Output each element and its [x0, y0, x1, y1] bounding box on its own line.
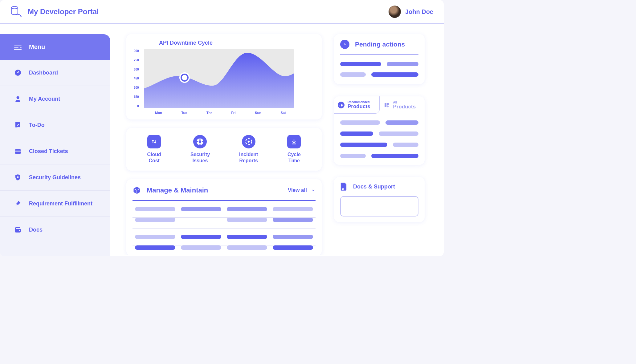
- document-icon: [340, 183, 347, 191]
- svg-point-9: [17, 96, 19, 99]
- sidebar-menu-header[interactable]: Menu: [0, 34, 110, 60]
- chart-plot: [144, 49, 294, 108]
- quick-links-card: CloudCost SecurityIssues IncidentReports…: [126, 128, 322, 171]
- sidebar-item-my-account[interactable]: My Account: [0, 86, 110, 112]
- chart-y-ticks: 900 750 600 450 300 150 0: [134, 49, 140, 108]
- lifering-icon: [193, 135, 207, 148]
- package-icon: [132, 186, 141, 195]
- svg-rect-19: [387, 103, 389, 105]
- pending-actions-card: Pending actions: [334, 34, 425, 84]
- chart-highlight-dot: [181, 74, 189, 82]
- table-row: [132, 201, 316, 218]
- table-row: [132, 245, 316, 255]
- thumbsup-icon: [338, 102, 344, 108]
- list-item: [340, 154, 418, 158]
- svg-point-15: [199, 140, 202, 143]
- updown-icon: [147, 135, 161, 148]
- manage-card: Manage & Maintain View all: [126, 179, 322, 255]
- sidebar-item-security[interactable]: Security Guidelines: [0, 164, 110, 191]
- svg-rect-3: [14, 47, 18, 48]
- svg-rect-11: [15, 151, 21, 152]
- wallet-icon: [14, 226, 22, 233]
- pending-title: Pending actions: [355, 41, 405, 48]
- chart-x-ticks: Mon Tue Thr Fri Sun Sat: [145, 111, 296, 115]
- sidebar-item-label: To-Do: [29, 122, 45, 128]
- sidebar-item-requirement[interactable]: Requirement Fulfillment: [0, 191, 110, 217]
- avatar: [389, 6, 401, 18]
- svg-point-12: [17, 176, 19, 178]
- svg-point-1: [21, 16, 22, 17]
- download-icon: [287, 135, 301, 148]
- quick-security-issues[interactable]: SecurityIssues: [190, 135, 210, 164]
- chevron-down-icon: [311, 188, 316, 192]
- docs-support-card: Docs & Support: [334, 177, 425, 222]
- sidebar-item-label: My Account: [29, 96, 60, 102]
- sidebar-item-label: Closed Tickets: [29, 148, 68, 155]
- chart-card: API Downtime Cycle 900 750 600 450 300 1…: [126, 34, 322, 119]
- header-bar: My Developer Portal John Doe: [0, 0, 444, 24]
- svg-rect-20: [385, 105, 386, 107]
- brand[interactable]: My Developer Portal: [10, 6, 99, 18]
- list-item: [340, 120, 418, 125]
- svg-point-0: [11, 6, 18, 9]
- svg-rect-18: [385, 103, 386, 105]
- user-menu[interactable]: John Doe: [389, 6, 433, 18]
- quick-cycle-time[interactable]: CycleTime: [287, 135, 301, 164]
- quick-cloud-cost[interactable]: CloudCost: [147, 135, 161, 164]
- list-item: [340, 131, 418, 136]
- manage-title: Manage & Maintain: [147, 186, 208, 194]
- receipt-icon: [14, 121, 22, 129]
- tab-recommended-products[interactable]: RecommendedProducts: [334, 96, 380, 114]
- docs-input-area[interactable]: [340, 196, 418, 216]
- grid-icon: [383, 102, 390, 108]
- tab-all-products[interactable]: AllProducts: [380, 96, 425, 114]
- brand-logo-icon: [10, 6, 22, 18]
- docs-title: Docs & Support: [353, 184, 395, 190]
- card-icon: [14, 148, 22, 155]
- user-name: John Doe: [405, 8, 433, 15]
- list-item: [340, 62, 418, 66]
- sidebar-menu-label: Menu: [29, 43, 45, 51]
- app-title: My Developer Portal: [28, 7, 99, 16]
- menu-icon: [14, 44, 22, 50]
- svg-rect-4: [20, 47, 22, 48]
- gauge-icon: [14, 69, 22, 76]
- pin-icon: [14, 200, 22, 207]
- sidebar: Menu Dashboard My Account To-Do: [0, 34, 110, 256]
- crosshair-icon: [242, 135, 255, 148]
- table-row: [132, 229, 316, 245]
- sidebar-item-dashboard[interactable]: Dashboard: [0, 60, 110, 86]
- sidebar-item-label: Requirement Fulfillment: [29, 200, 92, 207]
- chart-title: API Downtime Cycle: [159, 40, 314, 46]
- sidebar-item-label: Security Guidelines: [29, 174, 81, 181]
- view-all-link[interactable]: View all: [288, 187, 316, 193]
- table-row: [132, 218, 316, 229]
- sidebar-item-docs[interactable]: Docs: [0, 217, 110, 243]
- sidebar-item-label: Docs: [29, 227, 43, 233]
- quick-incident-reports[interactable]: IncidentReports: [239, 135, 258, 164]
- sidebar-item-closed-tickets[interactable]: Closed Tickets: [0, 138, 110, 164]
- sidebar-item-todo[interactable]: To-Do: [0, 112, 110, 138]
- list-item: [340, 72, 418, 77]
- user-icon: [14, 95, 22, 103]
- shield-icon: [14, 174, 22, 181]
- list-item: [340, 143, 418, 147]
- svg-rect-5: [14, 49, 22, 50]
- products-card: RecommendedProducts AllProducts: [334, 96, 425, 165]
- sidebar-item-label: Dashboard: [29, 70, 58, 76]
- svg-point-13: [19, 230, 20, 231]
- svg-rect-2: [14, 45, 22, 46]
- clock-icon: [340, 40, 349, 49]
